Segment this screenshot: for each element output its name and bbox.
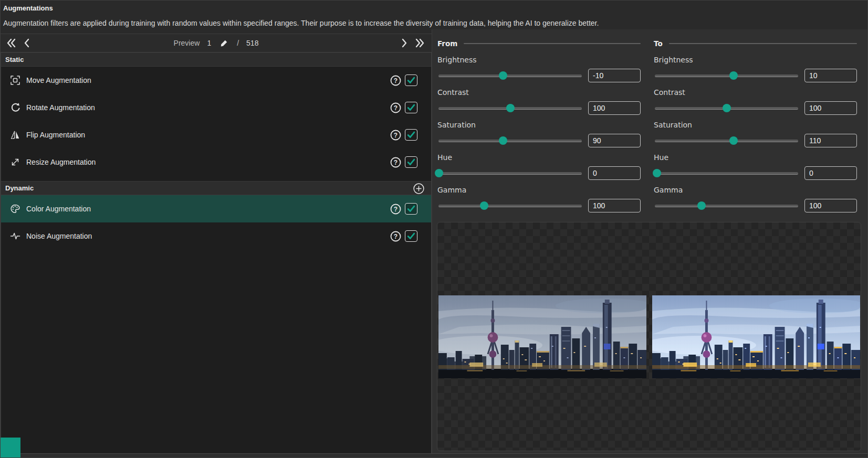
from-saturation-control: Saturation bbox=[437, 121, 641, 147]
slider-thumb[interactable] bbox=[435, 169, 443, 177]
from-saturation-slider[interactable] bbox=[437, 134, 583, 147]
from-contrast-control: Contrast bbox=[437, 88, 641, 115]
to-gamma-label: Gamma bbox=[654, 186, 857, 195]
slider-track bbox=[655, 205, 798, 207]
list-item-move-augmentation[interactable]: Move Augmentation? bbox=[1, 67, 431, 94]
window-bottom-bar bbox=[1, 453, 867, 457]
section-header-dynamic: Dynamic bbox=[1, 181, 431, 195]
slider-track bbox=[655, 140, 798, 142]
to-saturation-control: Saturation bbox=[654, 121, 857, 147]
help-icon[interactable]: ? bbox=[390, 156, 402, 168]
to-contrast-control: Contrast bbox=[654, 88, 857, 115]
augmentation-checkbox[interactable] bbox=[405, 129, 417, 141]
help-icon[interactable]: ? bbox=[390, 230, 402, 242]
svg-text:?: ? bbox=[394, 205, 398, 212]
move-icon bbox=[9, 74, 21, 86]
to-contrast-label: Contrast bbox=[654, 88, 857, 97]
to-hue-slider[interactable] bbox=[654, 166, 799, 180]
next-image-button[interactable] bbox=[399, 37, 410, 49]
from-brightness-control: Brightness bbox=[437, 56, 641, 82]
list-item-color-augmentation[interactable]: Color Augmentation? bbox=[1, 195, 431, 222]
status-indicator-square[interactable] bbox=[1, 438, 20, 458]
previous-image-button[interactable] bbox=[22, 37, 32, 49]
svg-text:?: ? bbox=[394, 104, 398, 111]
to-gamma-control: Gamma bbox=[654, 186, 857, 212]
preview-label: Preview bbox=[174, 39, 200, 47]
augmentation-checkbox[interactable] bbox=[405, 230, 417, 242]
to-contrast-slider[interactable] bbox=[654, 101, 799, 115]
augmentation-checkbox[interactable] bbox=[405, 156, 417, 168]
slider-track bbox=[655, 74, 798, 77]
to-hue-control: Hue bbox=[654, 153, 857, 180]
to-contrast-value-input[interactable] bbox=[804, 101, 857, 115]
page-title: Augmentations bbox=[3, 4, 53, 12]
help-icon[interactable]: ? bbox=[390, 203, 402, 215]
list-item-flip-augmentation[interactable]: Flip Augmentation? bbox=[1, 121, 431, 148]
index-separator: / bbox=[237, 39, 239, 47]
slider-track bbox=[438, 205, 582, 207]
from-contrast-slider[interactable] bbox=[437, 101, 583, 115]
augmentation-checkbox[interactable] bbox=[405, 102, 417, 113]
last-image-button[interactable] bbox=[413, 37, 426, 49]
from-saturation-value-input[interactable] bbox=[588, 134, 641, 147]
preview-images-row bbox=[437, 295, 861, 378]
to-panel: ToBrightnessContrastSaturationHueGamma bbox=[654, 38, 857, 218]
from-contrast-value-input[interactable] bbox=[588, 101, 641, 115]
help-icon[interactable]: ? bbox=[390, 74, 402, 87]
help-icon[interactable]: ? bbox=[390, 129, 402, 141]
to-brightness-slider[interactable] bbox=[654, 69, 799, 82]
augmentation-label: Noise Augmentation bbox=[26, 232, 92, 240]
from-gamma-value-input[interactable] bbox=[588, 199, 641, 212]
first-image-button[interactable] bbox=[5, 37, 18, 49]
to-gamma-value-input[interactable] bbox=[804, 199, 857, 212]
slider-thumb[interactable] bbox=[729, 71, 738, 80]
plus-circle-icon bbox=[413, 183, 425, 195]
page-header: Augmentations Augmentation filters are a… bbox=[1, 1, 867, 29]
to-saturation-slider[interactable] bbox=[654, 134, 799, 147]
list-item-rotate-augmentation[interactable]: Rotate Augmentation? bbox=[1, 94, 431, 121]
augmentations-window: Augmentations Augmentation filters are a… bbox=[0, 0, 868, 458]
from-panel: FromBrightnessContrastSaturationHueGamma bbox=[437, 38, 641, 218]
augmentation-checkbox[interactable] bbox=[405, 74, 417, 86]
current-image-index: 1 bbox=[207, 39, 211, 47]
list-item-noise-augmentation[interactable]: Noise Augmentation? bbox=[1, 222, 431, 250]
from-saturation-label: Saturation bbox=[437, 121, 641, 130]
header-rule bbox=[464, 43, 641, 44]
from-panel-header: From bbox=[437, 38, 641, 49]
from-hue-label: Hue bbox=[437, 153, 641, 162]
from-contrast-label: Contrast bbox=[437, 88, 641, 97]
from-hue-control: Hue bbox=[437, 153, 641, 180]
from-brightness-value-input[interactable] bbox=[588, 69, 641, 82]
slider-thumb[interactable] bbox=[697, 201, 706, 210]
slider-thumb[interactable] bbox=[506, 104, 515, 112]
section-gap bbox=[1, 176, 431, 181]
from-hue-value-input[interactable] bbox=[588, 166, 641, 180]
to-hue-value-input[interactable] bbox=[804, 166, 857, 180]
augmentation-checkbox[interactable] bbox=[405, 203, 417, 215]
from-gamma-slider[interactable] bbox=[437, 199, 583, 212]
to-brightness-value-input[interactable] bbox=[804, 69, 857, 82]
svg-text:?: ? bbox=[394, 232, 398, 240]
to-panel-label: To bbox=[654, 39, 663, 48]
augmentation-settings-panel: FromBrightnessContrastSaturationHueGamma… bbox=[432, 29, 867, 454]
from-hue-slider[interactable] bbox=[437, 166, 583, 180]
to-gamma-slider[interactable] bbox=[654, 199, 799, 212]
slider-thumb[interactable] bbox=[729, 136, 738, 145]
help-icon[interactable]: ? bbox=[390, 102, 402, 114]
to-brightness-label: Brightness bbox=[654, 56, 857, 65]
slider-thumb[interactable] bbox=[653, 169, 661, 177]
svg-text:?: ? bbox=[394, 131, 398, 139]
slider-thumb[interactable] bbox=[499, 136, 507, 145]
edit-index-button[interactable] bbox=[218, 38, 229, 49]
add-augmentation-button[interactable] bbox=[413, 183, 425, 195]
slider-thumb[interactable] bbox=[480, 201, 488, 210]
slider-thumb[interactable] bbox=[499, 71, 507, 80]
list-item-resize-augmentation[interactable]: Resize Augmentation? bbox=[1, 148, 431, 176]
to-saturation-value-input[interactable] bbox=[804, 134, 857, 147]
svg-text:?: ? bbox=[394, 77, 398, 84]
to-saturation-label: Saturation bbox=[654, 121, 857, 130]
slider-thumb[interactable] bbox=[723, 104, 731, 112]
page-description: Augmentation filters are applied during … bbox=[3, 19, 599, 27]
flip-icon bbox=[9, 129, 21, 141]
from-brightness-slider[interactable] bbox=[437, 69, 583, 82]
